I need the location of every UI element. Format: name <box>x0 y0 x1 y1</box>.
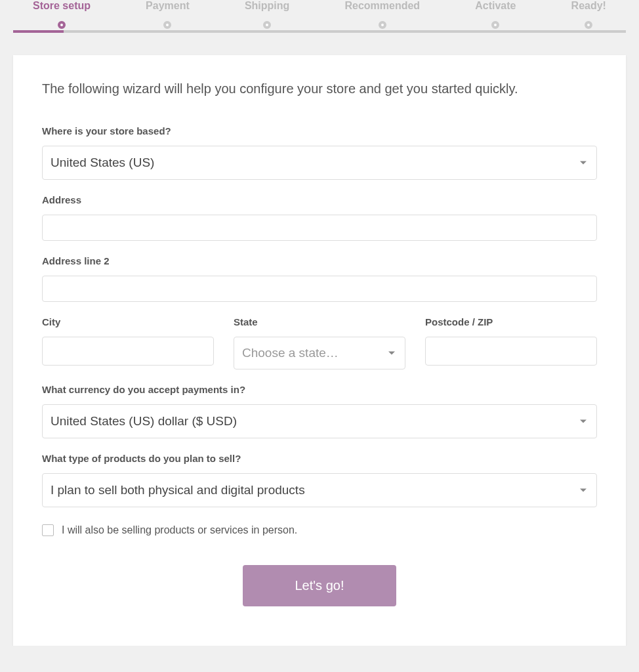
sell-in-person-checkbox[interactable] <box>42 524 54 536</box>
intro-text: The following wizard will help you confi… <box>42 81 597 96</box>
stepper: Store setup Payment Shipping Recommended… <box>0 0 639 35</box>
state-placeholder: Choose a state… <box>242 346 339 360</box>
step-dot-icon <box>585 21 592 29</box>
product-type-select[interactable]: I plan to sell both physical and digital… <box>42 473 597 507</box>
wizard-container: Store setup Payment Shipping Recommended… <box>0 0 639 646</box>
postcode-input[interactable] <box>425 337 597 366</box>
field-product-type: What type of products do you plan to sel… <box>42 453 597 507</box>
step-store-setup[interactable]: Store setup <box>33 0 91 35</box>
step-activate[interactable]: Activate <box>475 0 516 35</box>
step-recommended[interactable]: Recommended <box>344 0 420 35</box>
field-address: Address <box>42 194 597 241</box>
city-label: City <box>42 316 214 327</box>
product-type-label: What type of products do you plan to sel… <box>42 453 597 464</box>
store-location-value: United States (US) <box>51 156 154 170</box>
postcode-label: Postcode / ZIP <box>425 316 597 327</box>
step-dot-icon <box>379 21 386 29</box>
field-state: State Choose a state… <box>234 316 405 369</box>
field-store-location: Where is your store based? United States… <box>42 125 597 180</box>
store-location-select[interactable]: United States (US) <box>42 146 597 180</box>
address-label: Address <box>42 194 597 205</box>
product-type-value: I plan to sell both physical and digital… <box>51 483 305 497</box>
step-label: Activate <box>475 0 516 12</box>
chevron-down-icon <box>580 489 587 492</box>
stepper-track <box>13 30 626 33</box>
currency-select[interactable]: United States (US) dollar ($ USD) <box>42 404 597 438</box>
step-label: Store setup <box>33 0 91 12</box>
currency-value: United States (US) dollar ($ USD) <box>51 414 237 429</box>
city-input[interactable] <box>42 337 214 366</box>
field-currency: What currency do you accept payments in?… <box>42 384 597 438</box>
step-label: Shipping <box>245 0 289 12</box>
chevron-down-icon <box>580 161 587 165</box>
sell-in-person-label: I will also be selling products or servi… <box>62 524 297 536</box>
address2-input[interactable] <box>42 276 597 302</box>
chevron-down-icon <box>580 420 587 423</box>
step-shipping[interactable]: Shipping <box>245 0 289 35</box>
step-ready[interactable]: Ready! <box>571 0 606 35</box>
field-city: City <box>42 316 214 369</box>
step-label: Recommended <box>344 0 420 12</box>
currency-label: What currency do you accept payments in? <box>42 384 597 395</box>
step-label: Payment <box>146 0 190 12</box>
store-location-label: Where is your store based? <box>42 125 597 136</box>
step-dot-icon <box>58 21 66 29</box>
step-dot-icon <box>263 21 271 29</box>
state-select[interactable]: Choose a state… <box>234 337 405 369</box>
wizard-card: The following wizard will help you confi… <box>13 55 626 646</box>
lets-go-button[interactable]: Let's go! <box>243 565 397 606</box>
step-dot-icon <box>163 21 171 29</box>
step-payment[interactable]: Payment <box>146 0 190 35</box>
field-row-location: City State Choose a state… Postcode / ZI… <box>42 316 597 369</box>
field-sell-in-person: I will also be selling products or servi… <box>42 524 597 536</box>
button-row: Let's go! <box>42 565 597 606</box>
address2-label: Address line 2 <box>42 255 597 266</box>
chevron-down-icon <box>388 352 395 355</box>
step-dot-icon <box>491 21 499 29</box>
step-label: Ready! <box>571 0 606 12</box>
field-postcode: Postcode / ZIP <box>425 316 597 369</box>
address-input[interactable] <box>42 215 597 241</box>
state-label: State <box>234 316 405 327</box>
field-address2: Address line 2 <box>42 255 597 302</box>
